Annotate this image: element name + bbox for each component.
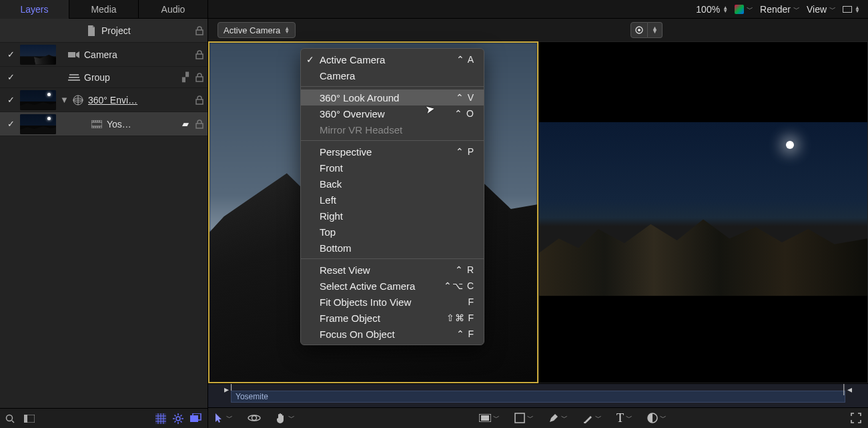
group-row[interactable]: ✓ Group ▞ (0, 67, 207, 88)
menu-360-look-around[interactable]: 360° Look Around ⌃ V (301, 89, 484, 105)
right-viewport[interactable]: 360° Overview ▲▼ (538, 41, 868, 383)
menu-top[interactable]: Top (301, 224, 484, 240)
layout-dropdown[interactable]: ▲▼ (843, 6, 860, 13)
shape-tool[interactable]: ﹀ (514, 413, 534, 423)
timeline-clip[interactable]: Yosemite (231, 391, 845, 403)
svg-rect-16 (481, 415, 489, 421)
lock-icon[interactable] (195, 73, 207, 82)
tab-audio[interactable]: Audio (139, 0, 208, 19)
menu-back[interactable]: Back (301, 176, 484, 192)
env-label: 360° Envi… (88, 95, 191, 105)
options-button[interactable]: ▲▼ (648, 22, 663, 38)
camera-row[interactable]: ✓ Camera (0, 43, 207, 67)
sidebar-footer (0, 408, 207, 428)
menu-front[interactable]: Front (301, 160, 484, 176)
menu-focus-on-object[interactable]: Focus On Object ⌃ F (301, 326, 484, 342)
svg-point-13 (248, 415, 260, 421)
shortcut-label: ⌃ V (456, 92, 474, 103)
playhead-end-icon[interactable]: │◂ (841, 384, 852, 395)
chevron-down-icon: ﹀ (793, 5, 800, 14)
top-tab-bar: Layers Media Audio 100% ▲▼ ﹀ Render ﹀ Vi… (0, 0, 868, 19)
environment-row[interactable]: ✓ ▼ 360° Envi… (0, 88, 207, 112)
svg-rect-17 (515, 413, 524, 423)
layers-panel: Project ✓ Camera (0, 19, 208, 428)
search-icon[interactable] (5, 414, 15, 423)
menu-left[interactable]: Left (301, 192, 484, 208)
link-icon[interactable]: ▞ (179, 72, 191, 82)
menu-camera[interactable]: Camera (301, 67, 484, 83)
menu-select-active-camera[interactable]: Select Active Camera ⌃⌥ C (301, 278, 484, 294)
link-icon[interactable]: ▰ (179, 119, 191, 129)
shortcut-label: ⌃ R (455, 264, 474, 275)
target-icon (635, 26, 643, 34)
clip-row[interactable]: ✓ Yos… ▰ (0, 112, 207, 136)
svg-rect-9 (190, 415, 198, 422)
zoom-dropdown[interactable]: 100% ▲▼ (696, 4, 728, 15)
group-icon (68, 74, 80, 81)
swatch-icon (735, 5, 744, 14)
chevron-down-icon: ﹀ (747, 5, 753, 14)
tab-media[interactable]: Media (69, 0, 139, 19)
menu-fit-objects[interactable]: Fit Objects Into View F (301, 294, 484, 310)
lock-icon[interactable] (195, 50, 207, 59)
svg-rect-3 (91, 120, 102, 128)
menu-perspective[interactable]: Perspective ⌃ P (301, 144, 484, 160)
canvas-area: Active Camera ▲▼ ▲▼ (208, 19, 868, 428)
lock-icon[interactable] (195, 120, 207, 129)
pen-tool[interactable]: ﹀ (548, 413, 568, 423)
camera-label: Camera (84, 49, 191, 60)
menu-360-overview[interactable]: 360° Overview ⌃ O (301, 105, 484, 122)
view-dropdown[interactable]: View ﹀ (807, 4, 836, 15)
mask-tool[interactable]: ﹀ (647, 413, 667, 423)
menu-right[interactable]: Right (301, 208, 484, 224)
lock-icon[interactable] (195, 26, 207, 35)
menu-active-camera[interactable]: Active Camera ⌃ A (301, 51, 484, 67)
filmstrip-icon (91, 120, 103, 128)
svg-point-12 (638, 29, 640, 31)
project-row[interactable]: Project (0, 19, 207, 43)
disclosure-triangle[interactable]: ▼ (60, 95, 68, 105)
mini-timeline[interactable]: ▸│ Yosemite │◂ (208, 383, 868, 407)
stack-icon[interactable] (190, 413, 202, 424)
project-label: Project (101, 25, 191, 36)
camera-thumbnail (20, 45, 56, 65)
visibility-checkbox[interactable]: ✓ (5, 72, 16, 82)
color-dropdown[interactable]: ﹀ (735, 5, 753, 14)
camera-icon (68, 51, 80, 59)
gear-icon[interactable] (173, 413, 183, 424)
visibility-checkbox[interactable]: ✓ (5, 119, 16, 129)
document-icon (85, 25, 97, 36)
svg-point-8 (176, 417, 180, 421)
lock-icon[interactable] (195, 95, 207, 105)
chevron-down-icon: ﹀ (829, 5, 836, 14)
grid-icon[interactable] (155, 413, 166, 424)
shortcut-label: ⌃⌥ C (444, 280, 474, 291)
svg-point-14 (252, 416, 257, 421)
hand-tool[interactable]: ﹀ (276, 412, 295, 424)
clip-thumbnail (20, 114, 56, 134)
record-button[interactable] (630, 22, 648, 38)
menu-reset-view[interactable]: Reset View ⌃ R (301, 262, 484, 278)
camera-menu: Active Camera ⌃ A Camera 360° Look Aroun… (300, 48, 484, 345)
text-tool[interactable]: T ﹀ (616, 411, 632, 425)
stepper-icon: ▲▼ (284, 27, 290, 33)
active-camera-dropdown[interactable]: Active Camera ▲▼ (218, 22, 296, 38)
brush-tool[interactable]: ﹀ (582, 413, 602, 423)
orbit-tool[interactable] (248, 413, 261, 423)
visibility-checkbox[interactable]: ✓ (5, 49, 16, 59)
panel-icon[interactable] (24, 415, 35, 423)
fullscreen-button[interactable] (851, 413, 861, 423)
visibility-checkbox[interactable]: ✓ (5, 95, 16, 105)
env-thumbnail (20, 90, 56, 110)
menu-frame-object[interactable]: Frame Object ⇧⌘ F (301, 310, 484, 326)
shortcut-label: ⌃ A (456, 54, 474, 65)
arrow-tool[interactable]: ﹀ (215, 413, 233, 423)
panorama-image (539, 122, 867, 296)
menu-bottom[interactable]: Bottom (301, 240, 484, 256)
tab-layers[interactable]: Layers (0, 0, 69, 19)
svg-rect-0 (68, 52, 75, 57)
shortcut-label: ⇧⌘ F (446, 312, 474, 323)
render-dropdown[interactable]: Render ﹀ (760, 4, 800, 15)
aspect-tool[interactable]: ﹀ (479, 413, 500, 423)
bottom-toolbar: ﹀ ﹀ ﹀ ﹀ (208, 407, 868, 428)
